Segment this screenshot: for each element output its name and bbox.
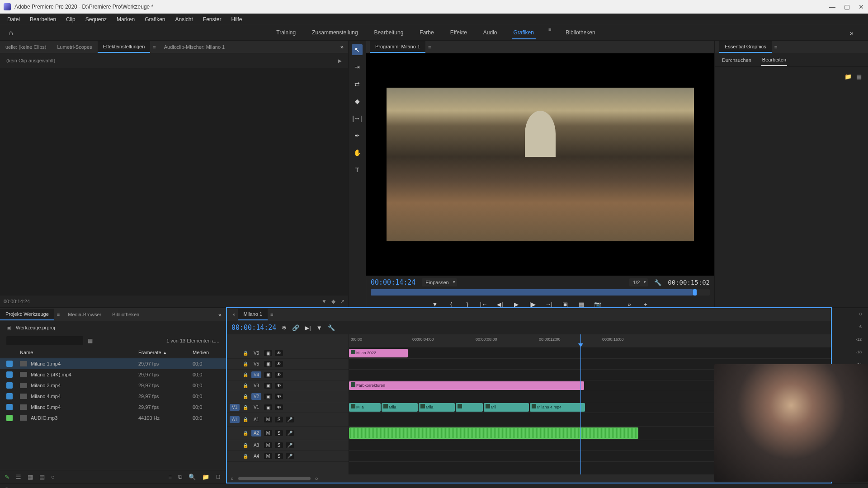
- timeline-zoom-scrollbar[interactable]: [238, 477, 311, 480]
- track-target[interactable]: V3: [251, 382, 261, 389]
- tl-scroll-left-icon[interactable]: ○: [231, 476, 234, 481]
- filter-icon[interactable]: ▼: [321, 298, 327, 305]
- eg-tab-durchsuchen[interactable]: Durchsuchen: [721, 55, 752, 66]
- video-track-header[interactable]: 🔒 V3 ▣👁: [227, 380, 349, 391]
- tab-sequence[interactable]: Milano 1: [238, 309, 268, 320]
- tab-quelle[interactable]: uelle: (keine Clips): [0, 42, 52, 52]
- mute-button[interactable]: M: [264, 453, 272, 459]
- tab-lumetri-scopes[interactable]: Lumetri-Scopes: [52, 42, 97, 52]
- audio-track-header[interactable]: 🔒 A2 MS🎤: [227, 427, 349, 440]
- track-target[interactable]: V6: [251, 350, 261, 357]
- tab-audioclip-mischer[interactable]: Audioclip-Mischer: Milano 1: [159, 42, 231, 52]
- toggle-output-icon[interactable]: ▣: [264, 394, 272, 399]
- tab-programm[interactable]: Programm: Milano 1: [370, 41, 425, 53]
- lock-icon[interactable]: 🔒: [242, 443, 249, 448]
- clip-v1-2[interactable]: Mila: [382, 403, 418, 412]
- ripple-edit-tool-icon[interactable]: ⇄: [352, 79, 363, 89]
- export-icon[interactable]: ↗: [340, 298, 344, 305]
- project-item[interactable]: Milano 3.mp4 29,97 fps 00;0: [0, 380, 226, 391]
- maximize-button[interactable]: ▢: [844, 4, 850, 10]
- solo-button[interactable]: S: [275, 442, 283, 448]
- workspace-audio[interactable]: Audio: [481, 27, 499, 39]
- clip-v1-3[interactable]: Mila: [419, 403, 455, 412]
- mute-button[interactable]: M: [264, 430, 272, 436]
- track-v6-lane[interactable]: Milan 2022: [349, 348, 831, 359]
- selection-tool-icon[interactable]: ↖: [352, 44, 363, 55]
- eg-tab-bearbeiten[interactable]: Bearbeiten: [761, 54, 787, 66]
- icon-view-icon[interactable]: ▦: [28, 474, 33, 480]
- voiceover-icon[interactable]: 🎤: [286, 417, 294, 422]
- track-target[interactable]: V5: [251, 361, 261, 367]
- src-patch[interactable]: A1: [230, 416, 240, 423]
- track-target[interactable]: A1: [251, 416, 261, 423]
- workspace-menu-icon[interactable]: ≡: [548, 27, 551, 39]
- program-scrubber[interactable]: [371, 289, 710, 296]
- voiceover-icon[interactable]: 🎤: [286, 442, 294, 448]
- list-view-icon[interactable]: ☰: [16, 474, 21, 480]
- freeform-view-icon[interactable]: ▤: [39, 474, 45, 480]
- tab-effekteinstellungen[interactable]: Effekteinstellungen: [98, 41, 151, 53]
- clip-audio[interactable]: [349, 427, 638, 439]
- home-icon[interactable]: ⌂: [0, 29, 22, 37]
- lock-icon[interactable]: 🔒: [242, 431, 249, 436]
- video-track-header[interactable]: 🔒 V5 ▣👁: [227, 359, 349, 370]
- src-patch[interactable]: [230, 396, 240, 398]
- audio-track-header[interactable]: 🔒 A4 MS🎤: [227, 451, 349, 462]
- menu-marken[interactable]: Marken: [112, 14, 139, 24]
- lock-icon[interactable]: 🔒: [242, 394, 249, 399]
- workspace-bibliotheken[interactable]: Bibliotheken: [564, 27, 597, 39]
- automate-icon[interactable]: ⧉: [178, 474, 182, 481]
- mute-button[interactable]: M: [264, 417, 272, 422]
- audio-track-header[interactable]: 🔒 A3 MS🎤: [227, 440, 349, 451]
- toggle-eye-icon[interactable]: 👁: [275, 361, 283, 367]
- add-marker-tl-icon[interactable]: ▶|: [305, 324, 311, 331]
- video-track-header[interactable]: 🔒 V4 ▣👁: [227, 370, 349, 380]
- solo-button[interactable]: S: [275, 417, 283, 422]
- type-tool-icon[interactable]: T: [352, 164, 363, 175]
- track-target[interactable]: A4: [251, 453, 261, 460]
- audio-track-header[interactable]: A1 🔒 A1 MS🎤: [227, 413, 349, 427]
- toggle-output-icon[interactable]: ▣: [264, 372, 272, 378]
- menu-sequenz[interactable]: Sequenz: [81, 14, 111, 24]
- sequence-close-icon[interactable]: ×: [230, 312, 238, 317]
- video-track-header[interactable]: 🔒 V6 ▣👁: [227, 348, 349, 359]
- clip-v1-1[interactable]: Mila: [349, 403, 381, 412]
- project-item[interactable]: Milano 4.mp4 29,97 fps 00;0: [0, 391, 226, 402]
- src-patch[interactable]: V1: [230, 404, 240, 411]
- lock-icon[interactable]: 🔒: [242, 351, 249, 356]
- workspace-zusammenstellung[interactable]: Zusammenstellung: [310, 27, 359, 39]
- menu-hilfe[interactable]: Hilfe: [227, 14, 247, 24]
- clip-v1-6[interactable]: Milano 4.mp4: [530, 403, 585, 412]
- hand-tool-icon[interactable]: ✋: [352, 147, 363, 158]
- toggle-output-icon[interactable]: ▣: [264, 350, 272, 356]
- settings-icon[interactable]: 🔧: [328, 324, 335, 331]
- eg-folder-icon[interactable]: 📁: [844, 73, 852, 80]
- menu-bearbeiten[interactable]: Bearbeiten: [25, 14, 61, 24]
- col-name[interactable]: Name: [20, 350, 138, 355]
- video-track-header[interactable]: 🔒 V2 ▣👁: [227, 391, 349, 402]
- solo-button[interactable]: S: [275, 453, 283, 459]
- eg-new-layer-icon[interactable]: ▤: [856, 73, 862, 80]
- toggle-eye-icon[interactable]: 👁: [275, 372, 283, 378]
- lock-icon[interactable]: 🔒: [242, 383, 249, 388]
- mute-button[interactable]: M: [264, 442, 272, 448]
- toggle-output-icon[interactable]: ▣: [264, 383, 272, 389]
- proj-overflow-icon[interactable]: »: [214, 311, 226, 318]
- keyframe-icon[interactable]: ◆: [331, 298, 335, 305]
- fit-dropdown[interactable]: Einpassen: [422, 278, 457, 286]
- source-overflow-icon[interactable]: »: [336, 43, 348, 50]
- marker-icon[interactable]: ▼: [316, 324, 322, 331]
- menu-grafiken[interactable]: Grafiken: [140, 14, 170, 24]
- track-target[interactable]: A2: [251, 430, 261, 436]
- menu-ansicht[interactable]: Ansicht: [170, 14, 197, 24]
- toggle-eye-icon[interactable]: 👁: [275, 394, 283, 399]
- program-tab-menu-icon[interactable]: ≡: [425, 44, 434, 50]
- sort-icon[interactable]: ≡: [168, 474, 172, 480]
- toggle-eye-icon[interactable]: 👁: [275, 383, 283, 389]
- lock-icon[interactable]: 🔒: [242, 372, 249, 377]
- program-video-area[interactable]: [366, 53, 714, 276]
- tl-tab-menu-icon[interactable]: ≡: [268, 312, 276, 317]
- src-patch[interactable]: [230, 432, 240, 434]
- src-patch[interactable]: [230, 374, 240, 376]
- project-item[interactable]: AUDIO.mp3 44100 Hz 00:0: [0, 413, 226, 423]
